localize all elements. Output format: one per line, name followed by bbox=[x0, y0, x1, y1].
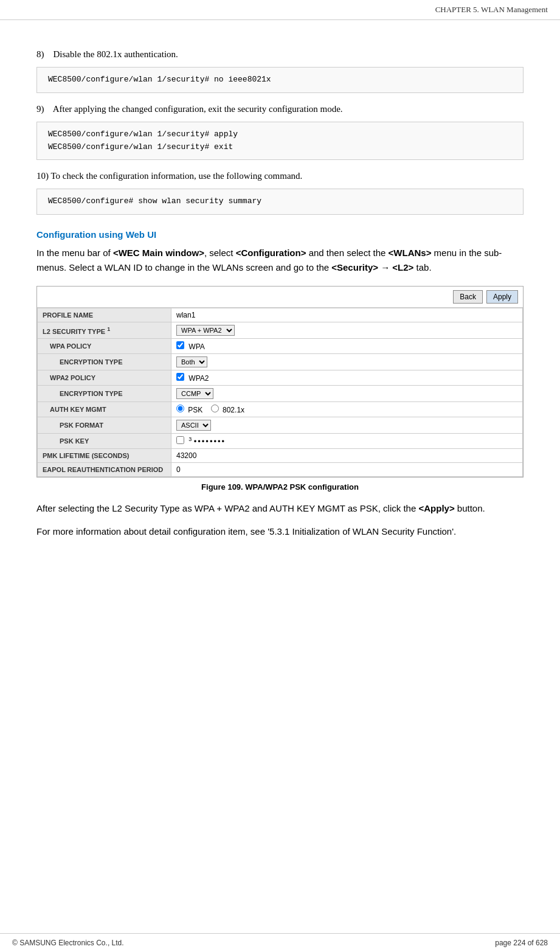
para1-before: In the menu bar of bbox=[36, 248, 113, 258]
value-psk-key: 3 •••••••• bbox=[171, 434, 523, 449]
step8-label: 8) bbox=[36, 49, 44, 59]
para1-bold2: <Configuration> bbox=[236, 248, 306, 258]
label-l2-security: L2 SECURITY TYPE 1 bbox=[38, 322, 171, 339]
step9-line: 9) After applying the changed configurat… bbox=[36, 104, 524, 114]
step8-text: Disable the 802.1x authentication. bbox=[54, 49, 178, 59]
step8-line: 8) Disable the 802.1x authentication. bbox=[36, 49, 524, 60]
figure-caption: Figure 109. WPA/WPA2 PSK configuration bbox=[36, 482, 524, 492]
step8-code: WEC8500/configure/wlan 1/security# no ie… bbox=[48, 75, 271, 84]
label-eapol-reauth: EAPOL REAUTHENTICATION PERIOD bbox=[38, 463, 171, 477]
label-psk-format: PSK FORMAT bbox=[38, 417, 171, 434]
label-wpa2-policy: WPA2 POLICY bbox=[38, 370, 171, 386]
label-enc-type-wpa2: ENCRYPTION TYPE bbox=[38, 386, 171, 402]
page-header: CHAPTER 5. WLAN Management bbox=[0, 0, 560, 20]
footer-left: © SAMSUNG Electronics Co., Ltd. bbox=[12, 939, 124, 947]
value-psk-format: ASCII bbox=[171, 417, 523, 434]
wpa-policy-checkbox[interactable] bbox=[176, 341, 184, 349]
table-row: PROFILE NAME wlan1 bbox=[38, 308, 523, 322]
wpa2-policy-checkbox[interactable] bbox=[176, 373, 184, 381]
back-button[interactable]: Back bbox=[453, 290, 483, 304]
section-title: Configuration using Web UI bbox=[36, 229, 524, 240]
section-para2: After selecting the L2 Security Type as … bbox=[36, 501, 524, 516]
page-footer: © SAMSUNG Electronics Co., Ltd. page 224… bbox=[0, 933, 560, 952]
para1-bold1: <WEC Main window> bbox=[113, 248, 204, 258]
label-wpa-policy: WPA POLICY bbox=[38, 339, 171, 354]
table-row: ENCRYPTION TYPE Both bbox=[38, 354, 523, 370]
value-wpa-policy: WPA bbox=[171, 339, 523, 354]
para2-bold: <Apply> bbox=[418, 503, 454, 513]
value-profile-name: wlan1 bbox=[171, 308, 523, 322]
table-row: PSK FORMAT ASCII bbox=[38, 417, 523, 434]
para1-end: tab. bbox=[413, 262, 431, 273]
para1-mid1: , select bbox=[204, 248, 236, 258]
table-row: PMK LIFETIME (SECONDS) 43200 bbox=[38, 449, 523, 463]
table-row: ENCRYPTION TYPE CCMP bbox=[38, 386, 523, 402]
sup-1: 1 bbox=[107, 326, 110, 332]
table-row: EAPOL REAUTHENTICATION PERIOD 0 bbox=[38, 463, 523, 477]
page-content: 8) Disable the 802.1x authentication. WE… bbox=[0, 20, 560, 584]
sup-3: 3 bbox=[188, 436, 192, 442]
step10-line: 10) To check the configuration informati… bbox=[36, 171, 524, 181]
table-row: L2 SECURITY TYPE 1 WPA + WPA2 bbox=[38, 322, 523, 339]
value-auth-key-mgmt: PSK 802.1x bbox=[171, 402, 523, 417]
value-wpa2-policy: WPA2 bbox=[171, 370, 523, 386]
value-enc-type-wpa: Both bbox=[171, 354, 523, 370]
step10-label: 10) bbox=[36, 171, 49, 181]
table-row: WPA POLICY WPA bbox=[38, 339, 523, 354]
step10-text: To check the configuration information, … bbox=[50, 171, 302, 181]
table-row: PSK KEY 3 •••••••• bbox=[38, 434, 523, 449]
step9-code-block: WEC8500/configure/wlan 1/security# apply… bbox=[36, 122, 524, 161]
step8-code-block: WEC8500/configure/wlan 1/security# no ie… bbox=[36, 67, 524, 93]
para2-end: button. bbox=[455, 503, 485, 513]
auth-8021x-radio[interactable] bbox=[211, 405, 219, 412]
wlan-config-table-wrapper: Back Apply PROFILE NAME wlan1 L2 SECURIT… bbox=[36, 286, 524, 478]
table-row: WPA2 POLICY WPA2 bbox=[38, 370, 523, 386]
chapter-title: CHAPTER 5. WLAN Management bbox=[435, 5, 548, 14]
label-profile-name: PROFILE NAME bbox=[38, 308, 171, 322]
table-header-row: Back Apply bbox=[37, 287, 523, 308]
section-para1: In the menu bar of <WEC Main window>, se… bbox=[36, 246, 524, 275]
step9-label: 9) bbox=[36, 104, 44, 114]
label-auth-key-mgmt: AUTH KEY MGMT bbox=[38, 402, 171, 417]
label-pmk-lifetime: PMK LIFETIME (SECONDS) bbox=[38, 449, 171, 463]
step9-code-line1: WEC8500/configure/wlan 1/security# apply bbox=[48, 128, 512, 141]
label-psk-key: PSK KEY bbox=[38, 434, 171, 449]
section-para3: For more information about detail config… bbox=[36, 524, 524, 539]
psk-format-select[interactable]: ASCII bbox=[176, 420, 211, 431]
para2-before: After selecting the L2 Security Type as … bbox=[36, 503, 418, 513]
label-enc-type-wpa: ENCRYPTION TYPE bbox=[38, 354, 171, 370]
table-row: AUTH KEY MGMT PSK 802.1x bbox=[38, 402, 523, 417]
step10-code-block: WEC8500/configure# show wlan security su… bbox=[36, 189, 524, 215]
value-enc-type-wpa2: CCMP bbox=[171, 386, 523, 402]
l2-security-select[interactable]: WPA + WPA2 bbox=[176, 325, 235, 336]
enc-type-wpa2-select[interactable]: CCMP bbox=[176, 388, 213, 399]
para1-bold5: <L2> bbox=[392, 262, 413, 273]
psk-key-value: •••••••• bbox=[194, 437, 226, 446]
footer-right: page 224 of 628 bbox=[495, 939, 548, 947]
psk-key-checkbox[interactable] bbox=[176, 436, 184, 444]
value-l2-security: WPA + WPA2 bbox=[171, 322, 523, 339]
value-pmk-lifetime: 43200 bbox=[171, 449, 523, 463]
auth-psk-radio[interactable] bbox=[176, 405, 184, 412]
para1-arrow: → bbox=[378, 262, 392, 273]
step9-text: After applying the changed configuration… bbox=[53, 104, 343, 114]
step10-code: WEC8500/configure# show wlan security su… bbox=[48, 196, 261, 206]
para1-bold3: <WLANs> bbox=[389, 248, 432, 258]
para1-bold4: <Security> bbox=[331, 262, 378, 273]
apply-button[interactable]: Apply bbox=[486, 290, 518, 304]
enc-type-wpa-select[interactable]: Both bbox=[176, 356, 207, 367]
step9-code-line2: WEC8500/configure/wlan 1/security# exit bbox=[48, 141, 512, 154]
para1-mid2: and then select the bbox=[306, 248, 388, 258]
wlan-settings-table: PROFILE NAME wlan1 L2 SECURITY TYPE 1 WP… bbox=[37, 308, 523, 477]
value-eapol-reauth: 0 bbox=[171, 463, 523, 477]
